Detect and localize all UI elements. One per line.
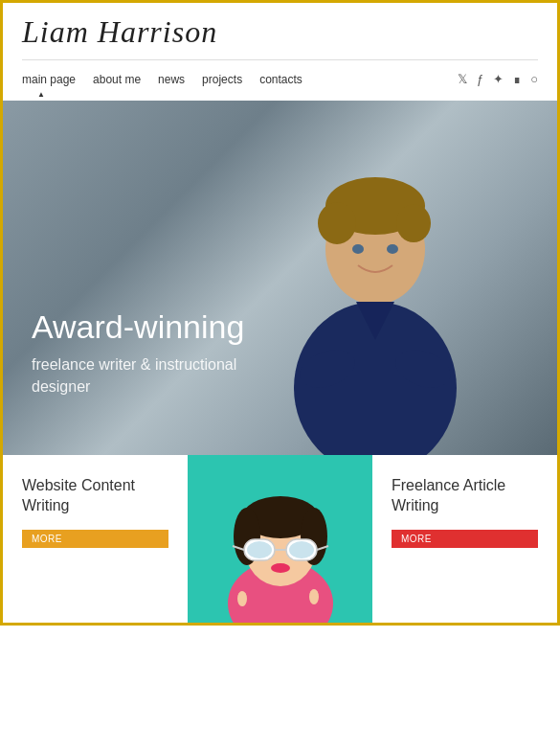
nav-links: main page about me news projects contact… (22, 73, 302, 86)
middle-card-image (188, 455, 372, 623)
svg-point-7 (396, 204, 431, 242)
card-left-title: Website Content Writing (22, 476, 168, 516)
svg-point-23 (247, 541, 272, 558)
svg-point-8 (352, 244, 364, 254)
google-plus-icon[interactable]: ✦ (493, 72, 504, 86)
card-left-button[interactable]: MORE (22, 530, 168, 548)
site-title: Liam Harrison (22, 14, 538, 59)
header-divider (22, 59, 538, 60)
twitter-icon[interactable]: 𝕏 (458, 72, 467, 86)
svg-point-26 (237, 591, 247, 606)
svg-point-27 (309, 589, 319, 604)
nav-link-main-page[interactable]: main page (22, 73, 76, 86)
hero-person-image (251, 110, 500, 455)
pinterest-icon[interactable]: ○ (530, 72, 538, 86)
svg-point-24 (289, 541, 314, 558)
nav-icons: 𝕏 ƒ ✦ ∎ ○ (458, 72, 538, 86)
nav-active-indicator: ▲ (22, 90, 538, 99)
hero-section: Award-winning freelance writer & instruc… (3, 101, 557, 455)
card-right-title: Freelance Article Writing (392, 476, 538, 516)
nav-link-projects[interactable]: projects (202, 73, 242, 86)
rss-icon[interactable]: ∎ (513, 72, 521, 86)
svg-point-6 (318, 202, 356, 244)
svg-point-25 (271, 563, 290, 573)
hero-text-block: Award-winning freelance writer & instruc… (32, 307, 261, 398)
nav-link-contacts[interactable]: contacts (259, 73, 302, 86)
svg-point-9 (387, 244, 398, 254)
header: Liam Harrison main page about me news pr… (3, 3, 557, 99)
card-website-content: Website Content Writing MORE (3, 455, 188, 623)
card-freelance-article: Freelance Article Writing MORE (372, 455, 557, 623)
hero-subtext: freelance writer & instructional designe… (32, 354, 261, 398)
card-right-button[interactable]: MORE (392, 530, 538, 548)
facebook-icon[interactable]: ƒ (477, 72, 483, 86)
bottom-cards: Website Content Writing MORE (3, 455, 557, 623)
hero-heading: Award-winning (32, 307, 261, 347)
card-middle (188, 455, 372, 623)
nav-link-news[interactable]: news (158, 73, 185, 86)
nav-link-about-me[interactable]: about me (93, 73, 141, 86)
